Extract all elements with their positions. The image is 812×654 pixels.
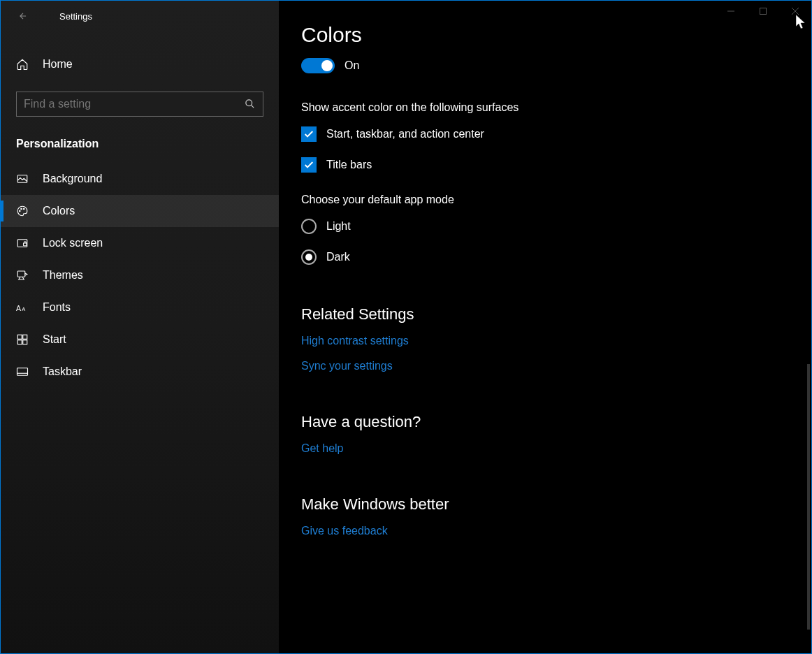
nav-item-background[interactable]: Background bbox=[1, 163, 279, 195]
radio-button bbox=[301, 219, 317, 234]
make-windows-better-section: Make Windows better Give us feedback bbox=[301, 495, 790, 537]
svg-text:A: A bbox=[22, 306, 25, 312]
checkbox bbox=[301, 157, 317, 173]
main-content: Colors On Show accent color on the follo… bbox=[279, 1, 811, 653]
close-button[interactable] bbox=[779, 1, 811, 22]
lock-picture-icon bbox=[16, 237, 29, 249]
toggle-state-label: On bbox=[345, 59, 359, 72]
back-arrow-icon bbox=[18, 11, 28, 21]
sidebar: Settings Home Personalization Background… bbox=[1, 1, 279, 653]
link-sync-settings[interactable]: Sync your settings bbox=[301, 360, 790, 372]
svg-rect-12 bbox=[23, 335, 27, 339]
nav-label: Start bbox=[43, 333, 66, 346]
sidebar-section-title: Personalization bbox=[1, 131, 279, 163]
svg-point-3 bbox=[20, 210, 21, 212]
svg-rect-7 bbox=[24, 243, 27, 246]
svg-rect-18 bbox=[760, 8, 767, 15]
checkmark-icon bbox=[303, 159, 314, 170]
nav-label: Background bbox=[43, 173, 102, 185]
svg-rect-14 bbox=[23, 340, 27, 344]
maximize-button[interactable] bbox=[747, 1, 779, 22]
toggle-switch[interactable] bbox=[301, 58, 335, 73]
app-mode-heading: Choose your default app mode bbox=[301, 194, 790, 206]
page-title: Colors bbox=[301, 24, 790, 45]
svg-text:A: A bbox=[16, 304, 21, 312]
search-input[interactable] bbox=[24, 98, 245, 110]
scrollbar[interactable] bbox=[807, 364, 810, 630]
svg-rect-15 bbox=[17, 368, 28, 376]
nav-label: Fonts bbox=[43, 301, 71, 314]
related-settings-section: Related Settings High contrast settings … bbox=[301, 305, 790, 372]
nav-label: Taskbar bbox=[43, 365, 82, 378]
radio-light[interactable]: Light bbox=[301, 219, 790, 234]
sidebar-nav: Background Colors Lock screen Themes AA … bbox=[1, 163, 279, 388]
have-a-question-title: Have a question? bbox=[301, 413, 790, 431]
svg-rect-11 bbox=[17, 335, 22, 339]
minimize-button[interactable] bbox=[715, 1, 747, 22]
link-get-help[interactable]: Get help bbox=[301, 442, 790, 455]
svg-rect-8 bbox=[17, 271, 25, 277]
nav-item-lock-screen[interactable]: Lock screen bbox=[1, 227, 279, 259]
accent-surfaces-heading: Show accent color on the following surfa… bbox=[301, 101, 790, 114]
svg-point-0 bbox=[246, 100, 252, 106]
grid-icon bbox=[16, 333, 29, 346]
checkbox-title-bars[interactable]: Title bars bbox=[301, 157, 790, 173]
radio-label: Light bbox=[326, 220, 351, 233]
svg-point-4 bbox=[21, 208, 22, 210]
back-button[interactable] bbox=[15, 8, 31, 24]
nav-item-fonts[interactable]: AA Fonts bbox=[1, 291, 279, 324]
link-high-contrast[interactable]: High contrast settings bbox=[301, 335, 790, 347]
checkbox bbox=[301, 126, 317, 142]
font-icon: AA bbox=[16, 301, 29, 314]
taskbar-icon bbox=[16, 365, 29, 378]
picture-icon bbox=[16, 173, 29, 185]
radio-button bbox=[301, 249, 317, 265]
checkbox-start-taskbar[interactable]: Start, taskbar, and action center bbox=[301, 126, 790, 142]
svg-point-5 bbox=[24, 208, 25, 210]
nav-label: Lock screen bbox=[43, 237, 103, 249]
checkmark-icon bbox=[303, 129, 314, 140]
search-box[interactable] bbox=[16, 92, 263, 117]
transparency-toggle-row: On bbox=[301, 58, 790, 73]
svg-line-1 bbox=[251, 105, 254, 108]
nav-item-taskbar[interactable]: Taskbar bbox=[1, 356, 279, 388]
checkbox-label: Title bars bbox=[326, 159, 372, 171]
app-title: Settings bbox=[59, 11, 92, 22]
have-a-question-section: Have a question? Get help bbox=[301, 413, 790, 455]
brush-icon bbox=[16, 269, 29, 282]
home-icon bbox=[16, 58, 29, 71]
related-settings-title: Related Settings bbox=[301, 305, 790, 324]
nav-item-themes[interactable]: Themes bbox=[1, 259, 279, 291]
nav-home[interactable]: Home bbox=[1, 51, 279, 78]
nav-label: Themes bbox=[43, 269, 83, 282]
search-icon bbox=[245, 99, 256, 110]
nav-home-label: Home bbox=[43, 58, 73, 71]
palette-icon bbox=[16, 205, 29, 217]
nav-label: Colors bbox=[43, 205, 75, 217]
nav-item-start[interactable]: Start bbox=[1, 324, 279, 356]
window-controls bbox=[715, 1, 811, 22]
checkbox-label: Start, taskbar, and action center bbox=[326, 128, 484, 140]
link-give-feedback[interactable]: Give us feedback bbox=[301, 525, 790, 537]
radio-label: Dark bbox=[326, 251, 350, 263]
svg-rect-13 bbox=[17, 340, 22, 344]
nav-item-colors[interactable]: Colors bbox=[1, 195, 279, 227]
titlebar: Settings bbox=[1, 6, 279, 31]
make-windows-better-title: Make Windows better bbox=[301, 495, 790, 514]
radio-dark[interactable]: Dark bbox=[301, 249, 790, 265]
